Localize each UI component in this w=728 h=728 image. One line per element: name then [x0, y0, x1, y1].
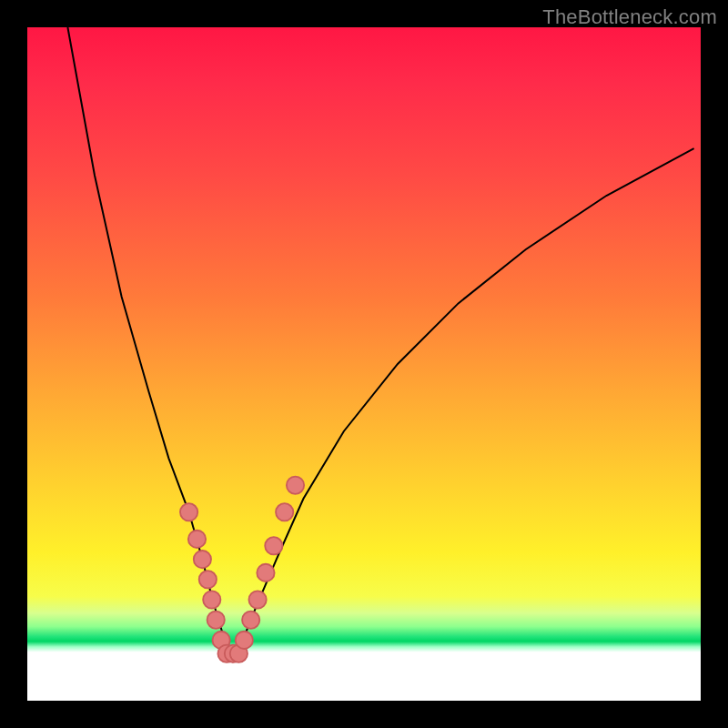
- data-point-marker: [287, 477, 304, 494]
- data-point-marker: [257, 564, 274, 581]
- data-point-marker: [194, 551, 211, 568]
- data-point-marker: [248, 591, 266, 608]
- data-point-marker: [276, 503, 293, 521]
- plot-area: [27, 27, 701, 701]
- data-point-marker: [203, 591, 220, 608]
- data-point-marker: [199, 571, 217, 588]
- data-point-marker: [242, 612, 259, 629]
- data-point-marker: [188, 531, 206, 548]
- data-point-marker: [265, 537, 282, 554]
- chart-stage: TheBottleneck.com: [0, 0, 728, 728]
- watermark-text: TheBottleneck.com: [542, 5, 717, 29]
- data-point-marker: [180, 503, 197, 521]
- bottleneck-curve: [67, 27, 693, 653]
- data-point-marker: [207, 612, 225, 629]
- data-point-marker: [236, 632, 253, 649]
- curve-layer: [27, 27, 701, 701]
